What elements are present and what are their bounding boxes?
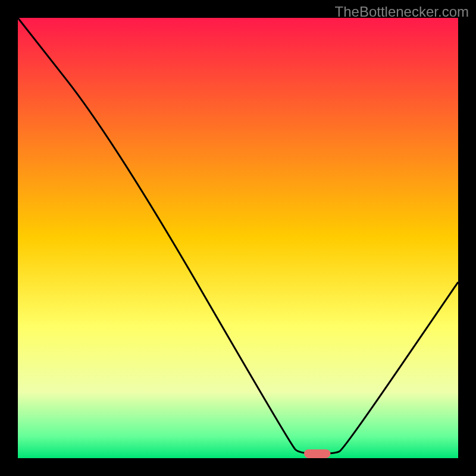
optimal-marker [304, 449, 330, 458]
watermark-text: TheBottlenecker.com [335, 4, 469, 20]
chart-svg [18, 18, 458, 458]
plot-area [18, 18, 458, 458]
chart-background [18, 18, 458, 458]
chart-container: TheBottlenecker.com [0, 0, 476, 476]
